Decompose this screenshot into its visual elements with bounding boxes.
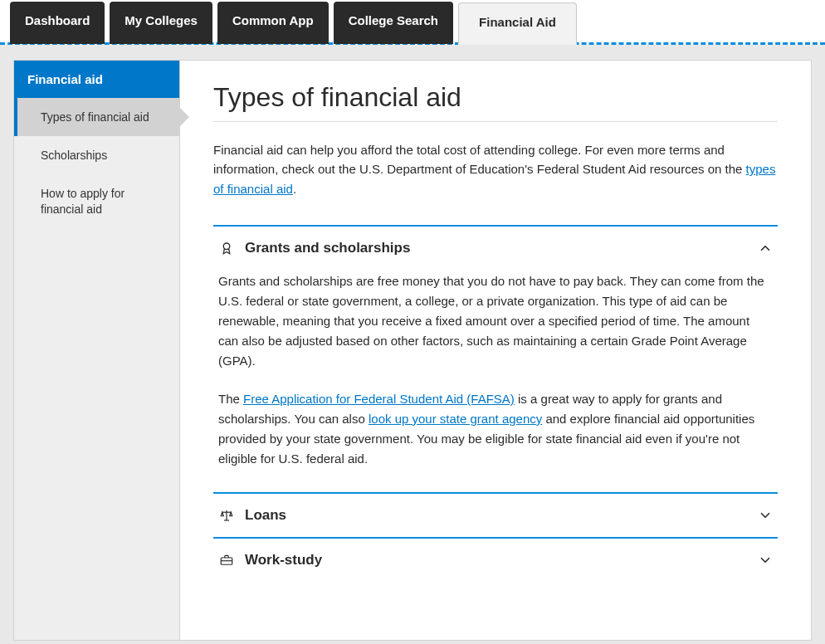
- accordion-label: Grants and scholarships: [245, 240, 748, 256]
- sidebar-header: Financial aid: [14, 61, 179, 98]
- tab-college-search[interactable]: College Search: [334, 2, 453, 44]
- sidebar-item-label: Types of financial aid: [41, 110, 149, 124]
- accordion-header-loans[interactable]: Loans: [213, 494, 778, 537]
- chevron-down-icon: [758, 508, 773, 523]
- briefcase-icon: [218, 552, 235, 568]
- grants-paragraph-1: Grants and scholarships are free money t…: [218, 271, 773, 371]
- tab-my-colleges[interactable]: My Colleges: [110, 2, 212, 44]
- accordion-work-study: Work-study: [213, 537, 778, 582]
- sidebar-item-label: Scholarships: [41, 149, 107, 162]
- chevron-down-icon: [758, 553, 773, 568]
- scales-icon: [218, 507, 235, 524]
- accordion-header-grants[interactable]: Grants and scholarships: [213, 227, 778, 270]
- fafsa-link[interactable]: Free Application for Federal Student Aid…: [243, 392, 515, 406]
- chevron-up-icon: [758, 241, 773, 256]
- svg-point-0: [223, 243, 230, 250]
- tab-common-app[interactable]: Common App: [217, 2, 329, 44]
- main-content: Types of financial aid Financial aid can…: [180, 61, 811, 640]
- intro-text-pre: Financial aid can help you afford the to…: [213, 143, 746, 176]
- page-title: Types of financial aid: [213, 82, 778, 113]
- sidebar-item-how-to-apply[interactable]: How to apply for financial aid: [14, 174, 179, 227]
- state-grant-agency-link[interactable]: look up your state grant agency: [369, 412, 542, 426]
- tab-bar: Dashboard My Colleges Common App College…: [0, 0, 825, 45]
- grants-paragraph-2: The Free Application for Federal Student…: [218, 389, 773, 469]
- accordion-header-work-study[interactable]: Work-study: [213, 539, 778, 582]
- award-ribbon-icon: [218, 240, 235, 256]
- accordion-grants-scholarships: Grants and scholarships Grants and schol…: [213, 225, 778, 492]
- sidebar-item-label: How to apply for financial aid: [41, 187, 124, 215]
- accordion-label: Loans: [245, 507, 748, 524]
- grants-p2-pre: The: [218, 392, 243, 406]
- intro-paragraph: Financial aid can help you afford the to…: [213, 140, 778, 198]
- sidebar: Financial aid Types of financial aid Sch…: [14, 61, 180, 640]
- page-container: Financial aid Types of financial aid Sch…: [0, 45, 825, 644]
- sidebar-item-types-of-financial-aid[interactable]: Types of financial aid: [14, 98, 179, 136]
- tab-dashboard[interactable]: Dashboard: [10, 2, 105, 44]
- intro-text-post: .: [293, 182, 296, 196]
- accordion-loans: Loans: [213, 492, 778, 537]
- content-wrap: Financial aid Types of financial aid Sch…: [13, 60, 812, 641]
- tab-financial-aid[interactable]: Financial Aid: [458, 2, 577, 45]
- sidebar-item-scholarships[interactable]: Scholarships: [14, 136, 179, 174]
- accordion-body-grants: Grants and scholarships are free money t…: [213, 270, 778, 492]
- accordion-label: Work-study: [245, 552, 748, 568]
- title-rule: [213, 121, 778, 122]
